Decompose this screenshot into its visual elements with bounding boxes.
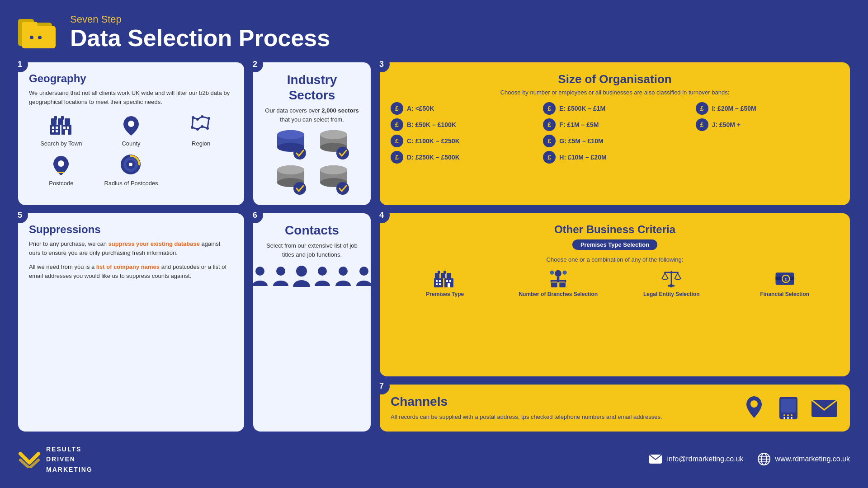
town-icon	[47, 113, 75, 137]
footer-website: www.rdmarketing.co.uk	[757, 452, 850, 466]
geo-item-radius: Radius of Postcodes	[99, 152, 164, 187]
svg-point-39	[293, 147, 306, 160]
geo-label-region: Region	[192, 140, 210, 147]
step3-badge: 3	[373, 56, 390, 72]
step2-badge: 2	[247, 56, 263, 72]
svg-point-56	[276, 267, 285, 276]
svg-rect-14	[52, 130, 54, 132]
radius-icon	[118, 152, 145, 177]
svg-rect-11	[50, 125, 60, 135]
geo-item-county: County	[99, 113, 164, 147]
pound-icon-c: £	[391, 135, 403, 147]
pound-icon-i: £	[696, 102, 708, 115]
size-band-e: £ E: £500K – £1M	[543, 102, 686, 115]
svg-rect-3	[22, 22, 38, 30]
criteria-branches: Number of Branches Selection	[504, 268, 613, 298]
svg-rect-82	[671, 271, 672, 286]
svg-rect-79	[551, 280, 566, 282]
financial-icon: £	[774, 268, 796, 289]
svg-point-48	[277, 165, 304, 174]
svg-point-25	[206, 127, 209, 130]
svg-rect-72	[446, 280, 448, 282]
svg-point-94	[750, 400, 758, 408]
step3-subtitle: Choose by number or employees or all bus…	[391, 89, 839, 96]
step1-description: We understand that not all clients work …	[29, 89, 233, 106]
footer: RESULTS DRIVEN MARKETING info@rdmarketin…	[18, 440, 850, 474]
svg-line-86	[662, 273, 665, 279]
step6-badge: 6	[247, 207, 263, 223]
svg-point-29	[58, 160, 64, 167]
svg-rect-83	[664, 272, 679, 273]
svg-rect-13	[56, 127, 58, 129]
channels-content: Channels All records can be supplied wit…	[391, 394, 728, 422]
footer-email-text: info@rdmarketing.co.uk	[667, 455, 743, 463]
svg-rect-30	[58, 172, 64, 173]
step2-description: Our data covers over 2,000 sectors that …	[264, 106, 360, 124]
premises-type-badge: Premises Type Selection	[572, 239, 657, 250]
size-band-i: £ I: £20M – £50M	[696, 102, 839, 115]
county-icon	[118, 113, 145, 137]
header: Seven Step Data Selection Process	[18, 14, 850, 51]
step5-title: Suppressions	[29, 223, 233, 236]
step1-title: Geography	[29, 72, 233, 85]
svg-point-4	[30, 36, 33, 39]
size-band-j: £ J: £50M +	[696, 118, 839, 131]
svg-rect-96	[781, 399, 796, 413]
svg-rect-69	[436, 283, 438, 285]
criteria-financial-label: Financial Selection	[760, 291, 809, 298]
pound-icon-b: £	[391, 118, 403, 131]
svg-rect-9	[54, 116, 57, 120]
svg-text:£: £	[784, 277, 787, 282]
svg-point-24	[208, 117, 210, 120]
svg-point-5	[38, 36, 42, 39]
geo-label-town: Search by Town	[40, 140, 82, 147]
svg-rect-66	[434, 278, 443, 287]
channels-icons-row	[742, 394, 839, 422]
svg-point-44	[336, 147, 349, 160]
step4-subtitle: Choose one or a combination of any of th…	[391, 256, 839, 263]
geo-label-radius: Radius of Postcodes	[104, 180, 158, 187]
channels-card: 7 Channels All records can be supplied w…	[380, 385, 850, 432]
contacts-card: 6 Contacts Select from our extensive lis…	[253, 213, 371, 431]
svg-rect-18	[67, 127, 69, 129]
svg-rect-64	[438, 271, 440, 274]
geo-label-county: County	[122, 140, 140, 147]
criteria-premises: Premises Type	[391, 268, 500, 298]
svg-rect-73	[449, 280, 451, 282]
svg-point-98	[787, 414, 789, 416]
pound-icon-h: £	[543, 151, 556, 164]
person-icons-row	[251, 265, 373, 288]
step6-title: Contacts	[285, 223, 339, 238]
criteria-icons: Premises Type	[391, 268, 839, 298]
svg-point-21	[192, 116, 194, 119]
svg-point-23	[201, 115, 203, 118]
geo-item-town: Search by Town	[29, 113, 94, 147]
footer-email: info@rdmarketing.co.uk	[649, 454, 743, 465]
postcode-icon	[47, 152, 75, 177]
size-band-h: £ H: £10M – £20M	[543, 151, 686, 164]
svg-rect-17	[63, 127, 66, 129]
industry-card: 2 Industry Sectors Our data covers over …	[253, 62, 371, 205]
step1-badge: 1	[12, 56, 28, 72]
criteria-legal: Legal Entity Selection	[617, 268, 726, 298]
svg-point-59	[339, 267, 348, 276]
svg-point-43	[320, 130, 347, 139]
step5-description1: Prior to any purchase, we can suppress y…	[29, 239, 233, 257]
step7-description: All records can be supplied with a posta…	[391, 413, 728, 422]
svg-line-89	[678, 273, 680, 279]
step3-title: Size of Organisation	[391, 72, 839, 86]
svg-point-60	[359, 267, 368, 276]
step7-title: Channels	[391, 394, 728, 409]
svg-rect-12	[52, 127, 54, 129]
svg-line-88	[675, 273, 678, 279]
svg-point-54	[336, 182, 349, 195]
pound-icon-a: £	[391, 102, 403, 115]
svg-point-27	[196, 128, 199, 131]
size-band-c: £ C: £100K – £250K	[391, 135, 534, 147]
svg-rect-65	[443, 271, 446, 274]
svg-point-55	[255, 267, 264, 276]
size-card: 3 Size of Organisation Choose by number …	[380, 62, 850, 205]
geo-label-postcode: Postcode	[49, 180, 73, 187]
svg-point-75	[555, 270, 561, 277]
svg-point-57	[296, 266, 307, 277]
